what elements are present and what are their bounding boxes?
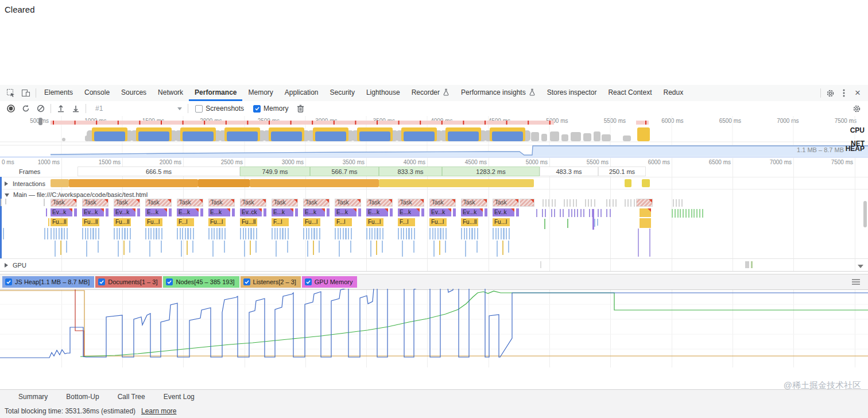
function-call-bar[interactable]: Fu...ll bbox=[51, 218, 68, 226]
bottom-tab-bottom-up[interactable]: Bottom-Up bbox=[57, 393, 108, 401]
function-call-bar[interactable]: Fu...l bbox=[429, 218, 447, 226]
function-call-bar[interactable]: F...l bbox=[177, 218, 194, 226]
task-bar[interactable] bbox=[636, 199, 653, 207]
event-click-bar[interactable]: Ev...k bbox=[82, 208, 104, 216]
memory-checkbox[interactable]: Memory bbox=[253, 104, 288, 113]
function-call-bar[interactable]: Fu...ll bbox=[461, 218, 478, 226]
legend-chip-nodes[interactable]: Nodes[45 – 385 193] bbox=[163, 276, 239, 288]
timeline-overview[interactable]: 500 ms1000 ms1500 ms2000 ms2500 ms3000 m… bbox=[0, 116, 868, 157]
legend-checkbox[interactable] bbox=[243, 278, 250, 285]
interaction-bar[interactable] bbox=[51, 179, 69, 187]
screenshots-checkbox[interactable]: Screenshots bbox=[195, 104, 244, 113]
legend-checkbox[interactable] bbox=[98, 278, 105, 285]
scroll-down-arrow-icon[interactable] bbox=[858, 265, 863, 268]
frame-segment[interactable]: 749.9 ms bbox=[240, 167, 310, 176]
function-call-bar[interactable]: Fu...l bbox=[145, 218, 162, 226]
interactions-track-header[interactable]: Interactions bbox=[5, 180, 45, 187]
settings-gear-icon[interactable] bbox=[823, 86, 837, 100]
function-call-bar[interactable]: F...l bbox=[398, 218, 415, 226]
legend-chip-js-heap[interactable]: JS Heap[1.1 MB – 8.7 MB] bbox=[2, 276, 94, 288]
interaction-bar[interactable] bbox=[250, 179, 379, 187]
reload-record-button[interactable] bbox=[18, 102, 33, 115]
load-profile-icon[interactable] bbox=[53, 102, 68, 115]
task-bar[interactable]: Task bbox=[240, 199, 266, 207]
history-select-value[interactable]: #1 bbox=[95, 104, 103, 113]
inspect-element-icon[interactable] bbox=[3, 86, 18, 100]
tab-memory[interactable]: Memory bbox=[242, 86, 278, 101]
panel-settings-gear-icon[interactable] bbox=[850, 102, 863, 115]
legend-checkbox[interactable] bbox=[5, 278, 12, 285]
task-bar[interactable]: Task bbox=[177, 199, 203, 207]
legend-checkbox[interactable] bbox=[166, 278, 173, 285]
event-click-bar[interactable]: E...k bbox=[208, 208, 230, 216]
bottom-tab-call-tree[interactable]: Call Tree bbox=[108, 393, 154, 401]
task-bar[interactable]: Task bbox=[272, 199, 298, 207]
event-click-bar[interactable]: Ev..ck bbox=[240, 208, 262, 216]
task-bar[interactable]: Task bbox=[493, 199, 519, 207]
save-profile-icon[interactable] bbox=[68, 102, 83, 115]
memory-checkbox-box[interactable] bbox=[253, 105, 261, 113]
function-call-bar[interactable]: Fu...ll bbox=[114, 218, 131, 226]
tab-sources[interactable]: Sources bbox=[115, 86, 152, 101]
function-call-bar[interactable] bbox=[640, 218, 651, 228]
trash-icon[interactable] bbox=[293, 102, 308, 115]
tracks-scrollbar-thumb[interactable] bbox=[863, 201, 867, 227]
frame-segment[interactable]: 483.3 ms bbox=[540, 167, 598, 176]
task-bar[interactable]: Task bbox=[366, 199, 393, 207]
frame-segment[interactable]: 666.5 ms bbox=[78, 167, 240, 176]
task-bar[interactable]: Task bbox=[461, 199, 487, 207]
close-devtools-icon[interactable]: × bbox=[851, 86, 865, 100]
function-call-bar[interactable]: Fu...ll bbox=[240, 218, 257, 226]
interaction-bar[interactable] bbox=[379, 179, 534, 187]
task-bar[interactable]: Task bbox=[51, 199, 77, 207]
event-click-bar[interactable]: E...k bbox=[398, 208, 420, 216]
interaction-bar[interactable] bbox=[625, 179, 631, 187]
legend-chip-gpu-memory[interactable]: GPU Memory bbox=[302, 276, 358, 288]
screenshots-checkbox-box[interactable] bbox=[195, 105, 203, 113]
main-track-header[interactable]: Main — file:///C:/workspace/code/basic/t… bbox=[5, 191, 148, 198]
event-click-bar[interactable]: E...k bbox=[177, 208, 199, 216]
function-call-bar[interactable]: Fu...l bbox=[493, 218, 510, 226]
tab-stores-inspector[interactable]: Stores inspector bbox=[541, 86, 603, 101]
event-click-bar[interactable]: Ev...k bbox=[114, 208, 135, 216]
tab-performance-insights[interactable]: Performance insights bbox=[455, 86, 541, 101]
task-bar[interactable]: Task bbox=[114, 199, 140, 207]
legend-menu-hamburger-icon[interactable] bbox=[852, 279, 860, 285]
event-click-bar[interactable]: Ev...k bbox=[461, 208, 483, 216]
interaction-bar[interactable] bbox=[198, 179, 250, 187]
tab-console[interactable]: Console bbox=[79, 86, 115, 101]
task-bar[interactable]: Task bbox=[208, 199, 235, 207]
tab-redux[interactable]: Redux bbox=[657, 86, 689, 101]
event-click-bar[interactable]: Ev..k bbox=[493, 208, 514, 216]
history-dropdown-chevron-icon[interactable] bbox=[177, 107, 182, 110]
event-click-bar[interactable]: E...k bbox=[272, 208, 293, 216]
tab-security[interactable]: Security bbox=[324, 86, 361, 101]
event-click-bar[interactable]: E...k bbox=[145, 208, 167, 216]
task-bar[interactable]: Task bbox=[145, 199, 172, 207]
function-call-bar[interactable]: F...l bbox=[272, 218, 289, 226]
task-bar[interactable]: Task bbox=[429, 199, 456, 207]
bottom-tab-summary[interactable]: Summary bbox=[9, 393, 57, 401]
tab-network[interactable]: Network bbox=[152, 86, 189, 101]
task-bar[interactable]: Task bbox=[398, 199, 424, 207]
function-call-bar[interactable]: F...l bbox=[335, 218, 352, 226]
frame-segment[interactable]: 1283.2 ms bbox=[442, 167, 540, 176]
frame-segment[interactable]: 833.3 ms bbox=[379, 167, 442, 176]
more-options-kebab-icon[interactable] bbox=[837, 86, 851, 100]
tab-elements[interactable]: Elements bbox=[38, 86, 79, 101]
gpu-track-header[interactable]: GPU bbox=[5, 262, 26, 269]
task-bar[interactable]: Task bbox=[303, 199, 330, 207]
learn-more-link[interactable]: Learn more bbox=[141, 407, 176, 415]
event-click-bar[interactable]: Ev...k bbox=[429, 208, 451, 216]
event-click-bar[interactable]: E...k bbox=[303, 208, 325, 216]
bottom-tab-event-log[interactable]: Event Log bbox=[154, 393, 204, 401]
task-bar[interactable] bbox=[520, 199, 534, 207]
function-call-bar[interactable]: Fu...l bbox=[208, 218, 226, 226]
task-bar[interactable]: Task bbox=[335, 199, 361, 207]
function-call-bar[interactable] bbox=[640, 208, 651, 217]
legend-chip-listeners[interactable]: Listeners[2 – 3] bbox=[241, 276, 301, 288]
tab-performance[interactable]: Performance bbox=[189, 86, 242, 101]
device-toolbar-icon[interactable] bbox=[18, 86, 33, 100]
legend-chip-documents[interactable]: Documents[1 – 3] bbox=[95, 276, 162, 288]
frame-segment[interactable]: 566.7 ms bbox=[310, 167, 379, 176]
